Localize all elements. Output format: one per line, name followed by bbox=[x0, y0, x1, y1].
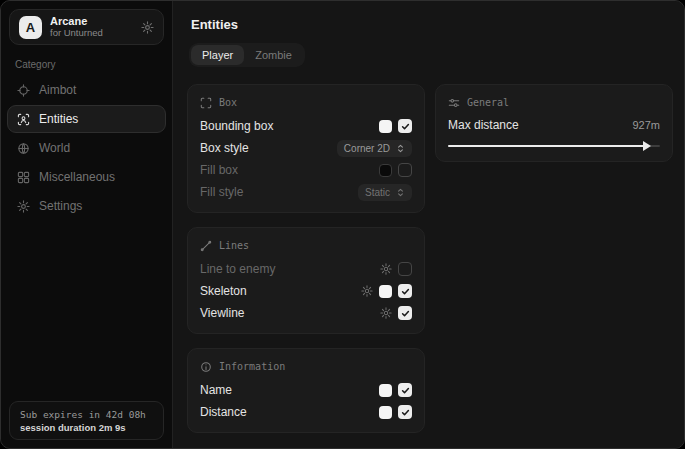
brand-card: A Arcane for Unturned bbox=[9, 9, 164, 45]
box-corners-icon bbox=[200, 97, 212, 109]
app-window: A Arcane for Unturned Category A bbox=[0, 0, 685, 449]
card-title: Lines bbox=[219, 240, 249, 251]
crosshair-icon bbox=[17, 84, 30, 97]
color-swatch[interactable] bbox=[379, 285, 392, 298]
setting-row-fill-box: Fill box bbox=[200, 159, 412, 181]
checkbox-checked[interactable] bbox=[398, 119, 412, 133]
entity-tabs: Player Zombie bbox=[189, 43, 305, 67]
setting-row-box-style: Box style Corner 2D bbox=[200, 137, 412, 159]
chevron-up-down-icon bbox=[396, 144, 405, 153]
info-icon bbox=[200, 361, 212, 373]
sidebar-item-label: Entities bbox=[39, 112, 78, 126]
card-title: General bbox=[467, 97, 509, 108]
app-title: Arcane bbox=[50, 15, 103, 28]
session-duration-text: session duration 2m 9s bbox=[20, 422, 153, 433]
setting-label: Line to enemy bbox=[200, 262, 275, 276]
globe-icon bbox=[17, 142, 30, 155]
checkbox-checked[interactable] bbox=[398, 284, 412, 298]
column-left: Box Bounding box bbox=[187, 84, 425, 433]
gear-icon[interactable] bbox=[141, 21, 154, 34]
line-icon bbox=[200, 240, 212, 252]
grid-icon bbox=[17, 171, 30, 184]
checkbox-checked[interactable] bbox=[398, 383, 412, 397]
setting-row-max-distance: Max distance 927m bbox=[448, 115, 660, 135]
check-icon bbox=[401, 122, 410, 131]
select-value: Corner 2D bbox=[344, 143, 390, 154]
box-style-select[interactable]: Corner 2D bbox=[337, 140, 412, 157]
card-title: Information bbox=[219, 361, 285, 372]
category-label: Category bbox=[15, 59, 158, 70]
app-subtitle: for Unturned bbox=[50, 28, 103, 39]
lines-card: Lines Line to enemy bbox=[187, 227, 425, 334]
sidebar-item-label: Settings bbox=[39, 199, 82, 213]
setting-label: Viewline bbox=[200, 306, 244, 320]
gear-icon[interactable] bbox=[380, 307, 392, 319]
setting-row-viewline: Viewline bbox=[200, 302, 412, 324]
setting-row-distance: Distance bbox=[200, 401, 412, 423]
content: Box Bounding box bbox=[187, 84, 670, 433]
checkbox-checked[interactable] bbox=[398, 405, 412, 419]
setting-row-name: Name bbox=[200, 379, 412, 401]
page-title: Entities bbox=[191, 17, 670, 32]
checkbox-checked[interactable] bbox=[398, 306, 412, 320]
card-title: Box bbox=[219, 97, 237, 108]
gear-icon bbox=[17, 200, 30, 213]
scan-person-icon bbox=[17, 113, 30, 126]
sidebar-item-aimbot[interactable]: Aimbot bbox=[7, 76, 166, 104]
max-distance-slider[interactable] bbox=[448, 140, 660, 152]
setting-row-line-to-enemy: Line to enemy bbox=[200, 258, 412, 280]
general-card: General Max distance 927m bbox=[435, 84, 673, 162]
setting-label: Fill box bbox=[200, 163, 238, 177]
sidebar-item-label: World bbox=[39, 141, 70, 155]
brand-text: Arcane for Unturned bbox=[50, 15, 103, 39]
max-distance-value: 927m bbox=[632, 119, 660, 131]
tab-player[interactable]: Player bbox=[191, 45, 244, 65]
gear-icon[interactable] bbox=[361, 285, 373, 297]
color-swatch[interactable] bbox=[379, 384, 392, 397]
check-icon bbox=[401, 408, 410, 417]
information-card: Information Name bbox=[187, 348, 425, 433]
setting-row-bounding-box: Bounding box bbox=[200, 115, 412, 137]
app-logo: A bbox=[19, 16, 42, 39]
sidebar-nav: Aimbot Entities World bbox=[1, 76, 172, 221]
chevron-up-down-icon bbox=[396, 188, 405, 197]
setting-row-fill-style: Fill style Static bbox=[200, 181, 412, 203]
setting-label: Name bbox=[200, 383, 232, 397]
setting-row-skeleton: Skeleton bbox=[200, 280, 412, 302]
slider-fill bbox=[448, 145, 645, 147]
check-icon bbox=[401, 287, 410, 296]
setting-label: Skeleton bbox=[200, 284, 247, 298]
sidebar-item-entities[interactable]: Entities bbox=[7, 105, 166, 133]
setting-label: Fill style bbox=[200, 185, 243, 199]
color-swatch[interactable] bbox=[379, 406, 392, 419]
column-right: General Max distance 927m bbox=[435, 84, 673, 162]
checkbox-unchecked[interactable] bbox=[398, 262, 412, 276]
sidebar-item-label: Aimbot bbox=[39, 83, 76, 97]
slider-thumb[interactable] bbox=[643, 141, 651, 151]
fill-style-select[interactable]: Static bbox=[358, 184, 412, 201]
tab-zombie[interactable]: Zombie bbox=[244, 45, 303, 65]
sidebar-item-label: Miscellaneous bbox=[39, 170, 115, 184]
color-swatch[interactable] bbox=[379, 120, 392, 133]
box-card: Box Bounding box bbox=[187, 84, 425, 213]
checkbox-unchecked[interactable] bbox=[398, 163, 412, 177]
setting-label: Distance bbox=[200, 405, 247, 419]
sidebar-item-settings[interactable]: Settings bbox=[7, 192, 166, 220]
color-swatch[interactable] bbox=[379, 164, 392, 177]
sidebar: A Arcane for Unturned Category A bbox=[1, 1, 173, 448]
sidebar-item-world[interactable]: World bbox=[7, 134, 166, 162]
main-panel: Entities Player Zombie Box bbox=[173, 1, 684, 448]
setting-label: Bounding box bbox=[200, 119, 273, 133]
sidebar-item-miscellaneous[interactable]: Miscellaneous bbox=[7, 163, 166, 191]
gear-icon[interactable] bbox=[380, 263, 392, 275]
check-icon bbox=[401, 309, 410, 318]
sub-expiry-text: Sub expires in 42d 08h bbox=[20, 409, 153, 420]
setting-label: Max distance bbox=[448, 118, 519, 132]
subscription-status-card: Sub expires in 42d 08h session duration … bbox=[9, 401, 164, 440]
select-value: Static bbox=[365, 187, 390, 198]
check-icon bbox=[401, 386, 410, 395]
setting-label: Box style bbox=[200, 141, 249, 155]
sliders-icon bbox=[448, 97, 460, 109]
